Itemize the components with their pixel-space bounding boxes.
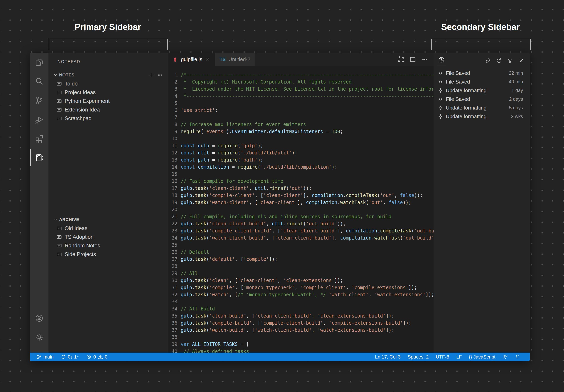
note-item-random-notes[interactable]: Random Notes: [48, 241, 168, 250]
timeline-item[interactable]: File Saved 22 min: [434, 69, 530, 77]
timeline-item[interactable]: File Saved 2 days: [434, 95, 530, 103]
code-line[interactable]: 11const gulp = require('gulp');: [168, 142, 434, 149]
code-line[interactable]: 40 // Always defined tasks: [168, 348, 434, 353]
commit-icon: [438, 114, 443, 119]
code-line[interactable]: 27gulp.task('default', ['compile']);: [168, 256, 434, 263]
code-line[interactable]: 35gulp.task('clean-build', ['clean-clien…: [168, 312, 434, 320]
note-item-ts-adoption[interactable]: TS Adoption: [48, 233, 168, 241]
activity-item-search[interactable]: [30, 72, 48, 91]
status-eol[interactable]: LF: [453, 353, 465, 361]
timeline-item[interactable]: Update formatting 2 wks: [434, 112, 530, 121]
code-line[interactable]: 31gulp.task('compile', ['monaco-typechec…: [168, 284, 434, 291]
code-line[interactable]: 9require('events').EventEmitter.defaultM…: [168, 128, 434, 135]
line-number: 13: [168, 156, 177, 164]
code-line[interactable]: 8// Increase max listeners for event emi…: [168, 121, 434, 128]
note-item-side-projects[interactable]: Side Projects: [48, 250, 168, 259]
close-tab-icon[interactable]: [205, 56, 211, 62]
add-note-icon[interactable]: [148, 72, 154, 78]
code-editor[interactable]: 1/*-------------------------------------…: [168, 66, 434, 353]
section-label: NOTES: [59, 72, 148, 78]
code-line[interactable]: 18gulp.task('compile-client', ['clean-cl…: [168, 192, 434, 199]
activity-item-notepad[interactable]: [30, 148, 48, 167]
code-line[interactable]: 3 * Licensed under the MIT License. See …: [168, 85, 434, 93]
status-notifications[interactable]: [511, 353, 524, 361]
code-line[interactable]: 6'use strict';: [168, 107, 434, 114]
code-line[interactable]: 12const util = require('./build/lib/util…: [168, 149, 434, 156]
timeline-pin-icon[interactable]: [485, 58, 491, 64]
code-line[interactable]: 16// Fast compile for development time: [168, 178, 434, 185]
note-item-scratchpad[interactable]: Scratchpad: [48, 114, 168, 123]
note-item-python-experiment[interactable]: Python Experiment: [48, 97, 168, 105]
code-line[interactable]: 5: [168, 100, 434, 107]
timeline-item[interactable]: Update formatting 1 day: [434, 86, 530, 95]
status-cursor-position[interactable]: Ln 17, Col 3: [371, 353, 404, 361]
code-line[interactable]: 28: [168, 263, 434, 270]
tab-gulpfile-js[interactable]: gulpfile.js: [168, 53, 215, 66]
note-icon: [56, 234, 62, 240]
code-line[interactable]: 15: [168, 171, 434, 178]
code-line[interactable]: 4 *-------------------------------------…: [168, 93, 434, 100]
status-branch-status[interactable]: main: [33, 353, 57, 361]
timeline-item[interactable]: File Saved 40 min: [434, 77, 530, 86]
status-problems-status[interactable]: 00: [83, 353, 111, 361]
activity-item-explorer[interactable]: [30, 53, 48, 72]
note-item-project-ideas[interactable]: Project Ideas: [48, 88, 168, 97]
section-header-archive[interactable]: ARCHIVE: [48, 215, 168, 224]
code-line[interactable]: 17gulp.task('clean-client', util.rimraf(…: [168, 185, 434, 192]
code-line[interactable]: 1/*-------------------------------------…: [168, 71, 434, 78]
more-actions-icon[interactable]: [157, 72, 163, 78]
code-line[interactable]: 30gulp.task('clean', ['clean-client', 'c…: [168, 277, 434, 284]
code-line[interactable]: 29// All: [168, 270, 434, 277]
code-line[interactable]: 13const path = require('path');: [168, 156, 434, 164]
code-line[interactable]: 36gulp.task('compile-build', ['compile-c…: [168, 320, 434, 327]
code-line[interactable]: 10: [168, 135, 434, 142]
code-line[interactable]: 24gulp.task('watch-client-build', ['clea…: [168, 234, 434, 241]
bell-icon: [515, 354, 520, 360]
code-line[interactable]: 34// All Build: [168, 305, 434, 312]
activity-item-account[interactable]: [30, 308, 48, 328]
line-number: 4: [168, 93, 177, 100]
activity-bar-bottom: [30, 308, 48, 347]
split-editor-icon[interactable]: [409, 56, 416, 63]
timeline-filter-icon[interactable]: [507, 58, 513, 64]
note-item-to-do[interactable]: To do: [48, 79, 168, 88]
code-line[interactable]: 38: [168, 334, 434, 341]
code-line[interactable]: 2 * Copyright (c) Microsoft Corporation.…: [168, 78, 434, 85]
code-line[interactable]: 21// Full compile, including nls and inl…: [168, 213, 434, 220]
line-number: 19: [168, 199, 177, 206]
timeline-refresh-icon[interactable]: [496, 58, 502, 64]
status-feedback[interactable]: [499, 353, 511, 361]
more-actions-icon[interactable]: [421, 56, 428, 63]
activity-item-settings[interactable]: [30, 328, 48, 347]
code-line[interactable]: 14const compilation = require('./build/l…: [168, 164, 434, 171]
open-changes-icon[interactable]: [398, 56, 404, 63]
status-language-mode[interactable]: {} JavaScript: [465, 353, 499, 361]
code-line[interactable]: 33: [168, 298, 434, 305]
code-line[interactable]: 25: [168, 241, 434, 249]
warning-icon: [98, 354, 103, 360]
code-line[interactable]: 19gulp.task('watch-client', ['clean-clie…: [168, 199, 434, 206]
activity-item-run-debug[interactable]: [30, 110, 48, 129]
timeline-view-icon[interactable]: [436, 55, 447, 66]
line-number: 8: [168, 121, 177, 128]
code-line[interactable]: 22gulp.task('clean-client-build', util.r…: [168, 220, 434, 227]
code-line[interactable]: 23gulp.task('compile-client-build', ['cl…: [168, 227, 434, 234]
section-header-notes[interactable]: NOTES: [48, 71, 168, 79]
status-sync-status[interactable]: 0↓ 1↑: [57, 353, 83, 361]
code-line[interactable]: 37gulp.task('watch-build', ['watch-clien…: [168, 327, 434, 334]
code-line[interactable]: 20: [168, 206, 434, 213]
timeline-item[interactable]: Update formatting 5 days: [434, 103, 530, 112]
tab-untitled-2[interactable]: TS Untitled-2: [215, 53, 254, 66]
activity-item-extensions[interactable]: [30, 129, 48, 148]
primary-sidebar-label: Primary Sidebar: [49, 22, 167, 32]
code-line[interactable]: 32gulp.task('watch', [/* 'monaco-typeche…: [168, 291, 434, 298]
activity-item-source-control[interactable]: [30, 91, 48, 110]
note-item-old-ideas[interactable]: Old Ideas: [48, 224, 168, 233]
timeline-close-icon[interactable]: [518, 58, 524, 64]
status-indentation[interactable]: Spaces: 2: [404, 353, 432, 361]
status-encoding[interactable]: UTF-8: [432, 353, 453, 361]
code-line[interactable]: 26// Default: [168, 249, 434, 256]
note-item-extension-idea[interactable]: Extension Idea: [48, 105, 168, 114]
code-line[interactable]: 39var ALL_EDITOR_TASKS = [: [168, 341, 434, 348]
code-line[interactable]: 7: [168, 114, 434, 121]
